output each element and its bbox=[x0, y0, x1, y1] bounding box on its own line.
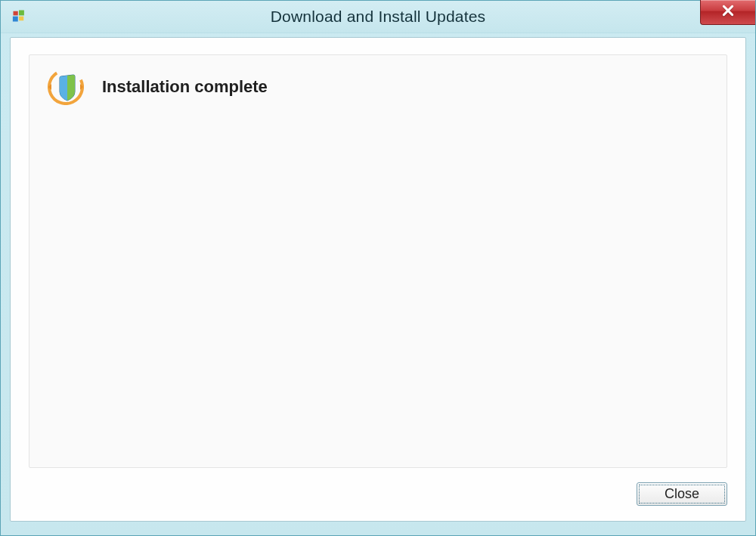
status-heading: Installation complete bbox=[102, 77, 268, 97]
close-button[interactable]: Close bbox=[637, 482, 727, 506]
close-icon bbox=[721, 4, 735, 20]
client-area: Installation complete Close bbox=[10, 37, 746, 522]
svg-rect-3 bbox=[19, 17, 23, 21]
dialog-window: Download and Install Updates bbox=[0, 0, 756, 536]
windows-update-shield-icon bbox=[48, 69, 84, 105]
status-row: Installation complete bbox=[29, 55, 727, 105]
dialog-buttons: Close bbox=[637, 482, 727, 506]
svg-rect-2 bbox=[13, 17, 18, 22]
window-close-button[interactable] bbox=[700, 0, 755, 25]
content-panel: Installation complete bbox=[29, 54, 727, 468]
svg-rect-1 bbox=[19, 11, 24, 16]
titlebar: Download and Install Updates bbox=[1, 1, 755, 33]
svg-rect-0 bbox=[14, 11, 18, 16]
windows-update-icon bbox=[11, 8, 26, 23]
window-title: Download and Install Updates bbox=[1, 8, 755, 26]
